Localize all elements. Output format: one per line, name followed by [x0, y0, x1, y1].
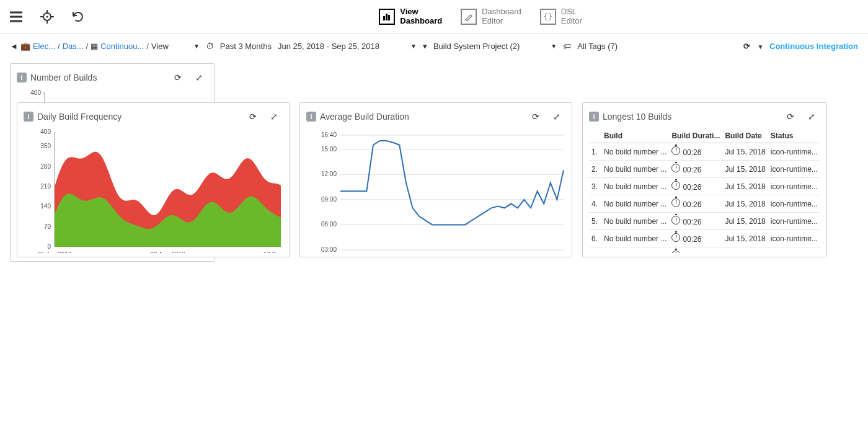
filter-bar: ◄ 💼 Elec... / Das... / ▦ Continuou... / …: [0, 33, 868, 58]
expand-icon[interactable]: ⤢: [265, 108, 283, 125]
period-label: Past 3 Months: [220, 42, 272, 51]
panel-title: Daily Build Frequency: [37, 112, 122, 122]
svg-text:15:00: 15:00: [321, 146, 337, 153]
panel-title: Number of Builds: [30, 73, 97, 82]
expand-icon[interactable]: ⤢: [803, 108, 820, 125]
svg-text:280: 280: [40, 163, 51, 170]
breadcrumb-item[interactable]: Elec...: [33, 42, 55, 51]
period-range: Jun 25, 2018 - Sep 25, 2018: [278, 42, 379, 51]
nav-label: Dashboard: [400, 16, 442, 25]
briefcase-icon: 💼: [20, 42, 30, 51]
info-icon[interactable]: i: [306, 112, 316, 122]
svg-text:210: 210: [40, 183, 51, 190]
svg-text:03:00: 03:00: [321, 246, 337, 253]
top-toolbar: ViewDashboard DashboardEditor {} DSLEdit…: [0, 0, 868, 33]
nav-label: Dashboard: [482, 7, 521, 16]
table-row[interactable]: 3.No build number ...00:26Jul 15, 2018ic…: [589, 178, 820, 195]
back-icon[interactable]: ◄: [10, 42, 18, 51]
breadcrumb: ◄ 💼 Elec... / Das... / ▦ Continuou... / …: [10, 42, 169, 51]
refresh-icon[interactable]: ⟳: [782, 108, 799, 125]
table-row[interactable]: 4.No build number ...00:26Jul 15, 2018ic…: [589, 195, 820, 213]
breadcrumb-item[interactable]: Continuou...: [100, 42, 144, 51]
refresh-icon[interactable]: ⟳: [169, 69, 187, 86]
panel-title: Longest 10 Builds: [603, 112, 671, 122]
bar-chart-icon: [379, 9, 395, 25]
info-icon[interactable]: i: [17, 73, 27, 82]
breadcrumb-current: View: [151, 42, 169, 51]
period-filter[interactable]: Past 3 Months: [220, 42, 272, 51]
svg-text:70: 70: [44, 223, 51, 230]
svg-text:140: 140: [40, 203, 51, 210]
tag-icon: 🏷: [563, 42, 571, 51]
edit-icon: [461, 9, 477, 25]
svg-text:400: 400: [30, 90, 41, 96]
svg-rect-10: [386, 14, 388, 20]
chevron-down-icon[interactable]: ▼: [551, 43, 557, 50]
svg-rect-9: [383, 16, 385, 20]
panel-number-of-builds: i Number of Builds ⟳ ⤢ 07014021028035040…: [10, 63, 215, 262]
table-row[interactable]: 5.No build number ...00:26Jul 15, 2018ic…: [589, 213, 820, 230]
line-chart: 03:0006:0009:0012:0015:0016:40: [306, 129, 565, 253]
table-row[interactable]: 2.No build number ...00:26Jul 15, 2018ic…: [589, 161, 820, 178]
grid-icon: ▦: [91, 42, 98, 51]
svg-rect-11: [388, 15, 390, 20]
longest-table: Build Build Durati... Build Date Status …: [589, 129, 820, 253]
panel-avg-build-duration: i Average Build Duration ⟳ ⤢ 03:0006:000…: [299, 102, 572, 257]
svg-text:350: 350: [40, 143, 51, 149]
expand-icon[interactable]: ⤢: [548, 108, 565, 125]
hamburger-icon[interactable]: [7, 8, 25, 25]
nav-label: Editor: [482, 16, 503, 25]
nav-dsl-editor[interactable]: {} DSLEditor: [540, 7, 582, 25]
breadcrumb-item[interactable]: Das...: [63, 42, 84, 51]
svg-text:09:00: 09:00: [321, 196, 337, 203]
ci-link[interactable]: ⟳ ▼ Continuous Integration: [743, 42, 858, 51]
refresh-icon[interactable]: ⟳: [527, 108, 544, 125]
nav-view-dashboard[interactable]: ViewDashboard: [379, 7, 442, 25]
funnel-icon: ▾: [423, 42, 427, 51]
nav-label: View: [400, 7, 418, 16]
info-icon[interactable]: i: [589, 112, 599, 122]
panel-title: Average Build Duration: [320, 112, 409, 122]
project-filter[interactable]: Build System Project (2): [433, 42, 520, 51]
panel-daily-build-frequency: i Daily Build Frequency ⟳ ⤢ 070140210280…: [17, 102, 290, 257]
svg-text:06 Aug 2018: 06 Aug 2018: [150, 251, 185, 253]
expand-icon[interactable]: ⤢: [190, 69, 208, 86]
svg-text:16:40: 16:40: [321, 131, 337, 138]
svg-text:17 Sep 2018: 17 Sep 2018: [264, 251, 283, 253]
panel-longest-10-builds: i Longest 10 Builds ⟳ ⤢ Build Build Dura…: [582, 102, 827, 257]
svg-point-8: [46, 16, 48, 17]
crosshair-icon[interactable]: [38, 8, 56, 25]
table-row[interactable]: 6.No build number ...00:26Jul 15, 2018ic…: [589, 230, 820, 247]
refresh-icon[interactable]: [69, 8, 87, 25]
svg-text:400: 400: [40, 129, 51, 135]
svg-text:0: 0: [47, 243, 51, 250]
svg-text:25 Jun 2018: 25 Jun 2018: [37, 251, 71, 253]
refresh-icon[interactable]: ⟳: [244, 108, 262, 125]
stacked-area-chart: 07014021028035040025 Jun 201806 Aug 2018…: [24, 129, 283, 253]
stopwatch-icon: ⏱: [206, 42, 214, 51]
tags-filter[interactable]: All Tags (7): [577, 42, 618, 51]
refresh-small-icon: ⟳: [743, 42, 750, 51]
svg-text:06:00: 06:00: [321, 221, 337, 228]
chevron-down-icon[interactable]: ▼: [410, 43, 417, 50]
braces-icon: {}: [540, 9, 556, 25]
stacked-bar-chart: 070140210280350400TodayLast 7 daysLast 1…: [17, 90, 208, 102]
table-row[interactable]: 7.No build number ...00:26Jul 15, 2018ic…: [589, 247, 820, 254]
chevron-down-icon[interactable]: ▼: [193, 43, 200, 50]
info-icon[interactable]: i: [24, 112, 33, 122]
svg-text:12:00: 12:00: [321, 171, 337, 177]
table-row[interactable]: 1.No build number ...00:26Jul 15, 2018ic…: [589, 143, 820, 161]
nav-label: DSL: [561, 7, 577, 16]
nav-dashboard-editor[interactable]: DashboardEditor: [461, 7, 521, 25]
nav-label: Editor: [561, 16, 582, 25]
